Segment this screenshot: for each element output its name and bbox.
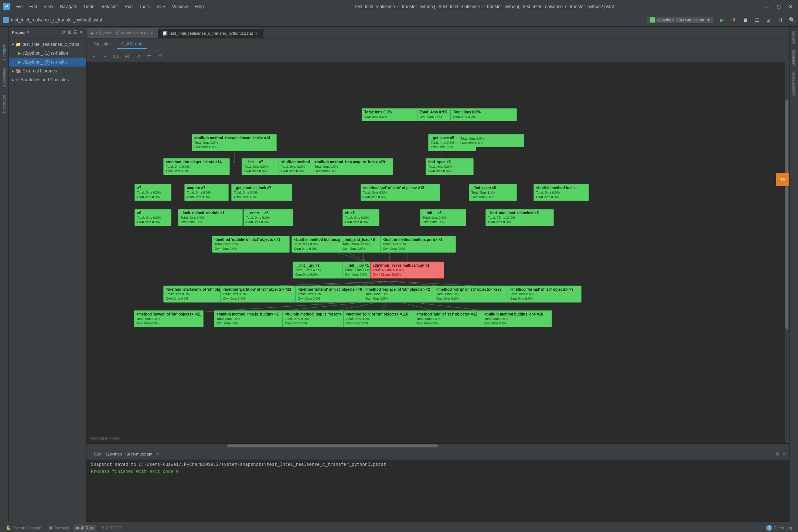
close-panel-icon[interactable]: ✕ bbox=[782, 451, 786, 457]
graph-node-main[interactable]: c2python_ (9) rs-multicam.py ×1 Total: 4… bbox=[370, 262, 444, 279]
fit-button[interactable]: 1:1 bbox=[112, 52, 120, 61]
menu-edit[interactable]: Edit bbox=[26, 3, 40, 11]
graph-node-get-module-lock[interactable]: _get_module_lock ×7 Total: 0ms 0.0% Own … bbox=[231, 184, 292, 201]
tab-multicam-label: c2python_ (9) rs-multicam.py bbox=[96, 31, 149, 35]
graph-node-imp-acquire[interactable]: <built-in method_imp.acquire_lock> ×29 T… bbox=[312, 158, 393, 175]
run-config-name: c2python_ (9) rs-multicam bbox=[105, 452, 152, 456]
export-button[interactable]: ↗ bbox=[134, 52, 143, 61]
graph-node-enter[interactable]: __enter__ ×6 Total: 0ms 0.0% Own 0ms 0.0… bbox=[243, 209, 293, 226]
tree-item-external-libs[interactable]: ▸ 📚 External Libraries bbox=[9, 66, 86, 75]
coverage-button[interactable]: ☰ bbox=[752, 16, 762, 24]
graph-node-imp-isbuiltin[interactable]: <built-in method_imp.is_builtin> ×2 Tota… bbox=[214, 310, 288, 327]
todo-button[interactable]: ☑ 6: TODO bbox=[98, 525, 125, 531]
run-configuration[interactable]: c2python_ (9) rs-multicam ▼ bbox=[647, 17, 713, 23]
scratch-expand-icon: ▸ bbox=[12, 77, 14, 82]
tab-multicam[interactable]: ▶ c2python_ (9) rs-multicam.py ✕ bbox=[86, 28, 158, 38]
graph-node-len[interactable]: <built-in method builtins.len> ×16 Total… bbox=[482, 310, 552, 327]
profile-button[interactable]: ⊿ bbox=[764, 16, 774, 24]
close-run-tab[interactable]: ✕ bbox=[156, 451, 159, 456]
graph-node-cb[interactable]: cb ×7 Total: 0ms 0.0% Own 0ms 0.0% bbox=[342, 209, 379, 226]
close-button[interactable]: ✕ bbox=[786, 2, 795, 11]
panel-close-icon[interactable]: ✕ bbox=[79, 30, 83, 35]
graph-node-add[interactable]: <method 'add' of 'set' objects> ×12 Tota… bbox=[414, 310, 484, 327]
graph-node-n5[interactable]: Total: 0ms 0.0% Own 0ms 0.0% bbox=[450, 108, 517, 121]
horizontal-scroll-thumb[interactable] bbox=[227, 444, 438, 447]
graph-node-left-n7-a[interactable]: ×6 Total: 0ms 0.0% Own 0ms 0.0% bbox=[134, 209, 171, 226]
menu-navigate[interactable]: Navigate bbox=[57, 3, 80, 11]
settings-icon[interactable]: ☰ bbox=[73, 30, 78, 35]
settings-icon[interactable]: ⚙ bbox=[775, 451, 780, 457]
graph-node-replace[interactable]: <method 'replace' of 'str' objects> ×2 T… bbox=[363, 286, 437, 303]
tab-multicam-close[interactable]: ✕ bbox=[151, 31, 154, 35]
tree-item-c2python1[interactable]: ▶ c2python_ (1) rs-hello-r bbox=[9, 49, 86, 58]
rerun-button[interactable]: ↺ bbox=[728, 16, 739, 24]
vertical-scrollbar[interactable] bbox=[785, 62, 789, 443]
minimize-button[interactable]: — bbox=[763, 2, 771, 11]
stop-button[interactable]: ⏹ bbox=[740, 16, 750, 24]
left-tab-project[interactable]: 1: Project bbox=[1, 41, 8, 64]
vertical-scroll-thumb[interactable] bbox=[785, 100, 788, 329]
graph-node-join[interactable]: <method 'join' of 'str' objects> ×116 To… bbox=[343, 310, 415, 327]
terminal-button[interactable]: ▣ Terminal bbox=[46, 525, 72, 531]
graph-node-find-spec-top[interactable]: Total: 0ms 0.0% Own 0ms 0.0% bbox=[458, 134, 524, 147]
right-tab-database[interactable]: Database bbox=[790, 47, 798, 69]
right-tab-sciview[interactable]: SciView bbox=[790, 28, 798, 47]
graph-node-builtin-print[interactable]: <built-in method builtins.print> ×1 Tota… bbox=[380, 236, 456, 253]
run-button[interactable]: ▶ bbox=[716, 16, 727, 24]
zoom-in-button[interactable]: + bbox=[89, 52, 98, 61]
sync-icon[interactable]: ⟳ bbox=[62, 30, 66, 35]
call-graph-canvas[interactable]: Total: 0ms 0.0% Own 0ms 0.0% Total: 4ms … bbox=[86, 62, 789, 443]
tree-item-scratches[interactable]: ▸ ✏ Scratches and Consoles bbox=[9, 75, 86, 84]
zoom-out-button[interactable]: − bbox=[100, 52, 109, 61]
graph-node-format[interactable]: <method 'format' of 'str' objects> ×9 To… bbox=[508, 286, 582, 303]
graph-node-init2[interactable]: __init__ ×6 Total: 0ms 0.0% Own 0ms 0.0% bbox=[420, 209, 466, 226]
tab-pstat[interactable]: 📊 test_Intel_realsense_c_transfer_python… bbox=[158, 28, 263, 38]
maximize-button[interactable]: □ bbox=[774, 2, 783, 11]
menu-window[interactable]: Window bbox=[169, 3, 191, 11]
graph-node-acquire[interactable]: acquire ×7 Total: 0ms 0.0% Own 0ms 0.0% bbox=[184, 184, 229, 201]
graph-node-partition[interactable]: <method 'partition' of 'str' objects> ×1… bbox=[220, 286, 296, 303]
menu-help[interactable]: Help bbox=[192, 3, 207, 11]
graph-node-builtin-right[interactable]: <built-in method built... Total: 0ms 0.0… bbox=[533, 184, 589, 201]
graph-node-method-ident[interactable]: <method_thread.get_ident> ×14 Total: 0ms… bbox=[163, 158, 230, 175]
menu-view[interactable]: View bbox=[41, 3, 56, 11]
horizontal-scrollbar[interactable] bbox=[86, 443, 789, 448]
graph-node-find-spec2[interactable]: _find_spec ×5 Total: 5ms 1.1% Own 0ms 0.… bbox=[469, 184, 517, 201]
menu-run[interactable]: Run bbox=[122, 3, 136, 11]
graph-node-left-n6[interactable]: ×7 Total: 0ms 0.0% Own 0ms 0.0% bbox=[134, 184, 171, 201]
graph-node-lock-unlock[interactable]: _lock_unlock_module ×1 Total: 0ms 0.0% O… bbox=[178, 209, 243, 226]
menu-vcs[interactable]: VCS bbox=[153, 3, 168, 11]
cog-icon[interactable]: ⚙ bbox=[67, 30, 72, 35]
project-dropdown-icon[interactable]: ▾ bbox=[27, 30, 29, 35]
share-button[interactable]: ⇄ bbox=[145, 52, 154, 61]
frame-button[interactable]: ⊞ bbox=[123, 52, 132, 61]
graph-node-method-update[interactable]: <method 'update' of 'dict' objects> ×1 T… bbox=[212, 236, 290, 253]
left-tab-structure[interactable]: 3: Structure bbox=[1, 91, 8, 118]
tree-item-root[interactable]: ▾ 📁 test_Intel_realsense_c_trans bbox=[9, 40, 86, 49]
left-tab-favorites[interactable]: 2: Favorites bbox=[1, 64, 8, 91]
menu-tools[interactable]: Tools bbox=[136, 3, 153, 11]
graph-node-find-load-unlocked[interactable]: _find_and_load_unlocked ×5 Total: 79ms 1… bbox=[485, 209, 554, 226]
print-button[interactable]: ⎙ bbox=[156, 52, 165, 61]
graph-node-extend[interactable]: <method 'extend' of 'list' objects> ×6 T… bbox=[295, 286, 369, 303]
run-panel-button[interactable]: ▶ 4: Run bbox=[74, 525, 96, 531]
graph-node-rstrip[interactable]: <method 'rstrip' of 'str' objects> ×227 … bbox=[434, 286, 515, 303]
pause-button[interactable]: ⏸ bbox=[775, 16, 786, 24]
tab-call-graph[interactable]: Call Graph bbox=[117, 40, 147, 49]
tree-item-c2python9[interactable]: ▶ c2python_ (9) rs-multic bbox=[9, 58, 86, 66]
graph-node-init-py[interactable]: __init__.py ×1 Total: 19ms 4.1% Own 0ms … bbox=[293, 262, 344, 279]
graph-node-method-get[interactable]: <method 'get' of 'dict' objects> ×13 Tot… bbox=[361, 184, 440, 201]
tab-statistics[interactable]: Statistics bbox=[89, 40, 116, 49]
graph-node-allocate-lock[interactable]: <built-in method_thread.allocate_lock> ×… bbox=[192, 134, 277, 151]
global-search-button[interactable]: 🔍 bbox=[789, 17, 795, 23]
right-tab-documentation[interactable]: Documentation bbox=[790, 69, 798, 99]
menu-code[interactable]: Code bbox=[81, 3, 98, 11]
graph-node-find-spec[interactable]: find_spec ×5 Total: 4ms 0.9% Own 0ms 0.0… bbox=[426, 158, 474, 175]
graph-node-power[interactable]: <method 'power' of 'str' objects> ×21 To… bbox=[134, 310, 204, 327]
event-log-button[interactable]: 1 Event Log bbox=[763, 524, 795, 532]
menu-file[interactable]: File bbox=[13, 3, 25, 11]
performance-badge[interactable]: 79 bbox=[776, 173, 789, 186]
tab-pstat-close[interactable]: ✕ bbox=[255, 31, 258, 35]
menu-refactor[interactable]: Refactor bbox=[98, 3, 121, 11]
python-console-button[interactable]: 🐍 Python Console bbox=[3, 525, 44, 531]
